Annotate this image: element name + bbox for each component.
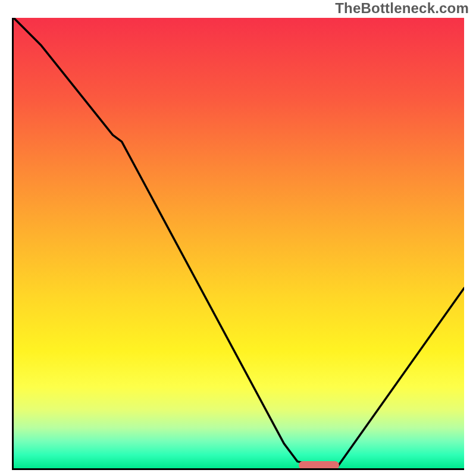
optimal-marker: [299, 461, 339, 469]
watermark-text: TheBottleneck.com: [335, 0, 469, 17]
chart-stage: TheBottleneck.com: [0, 0, 476, 476]
bottleneck-curve: [14, 18, 464, 468]
plot-area: [12, 18, 464, 470]
